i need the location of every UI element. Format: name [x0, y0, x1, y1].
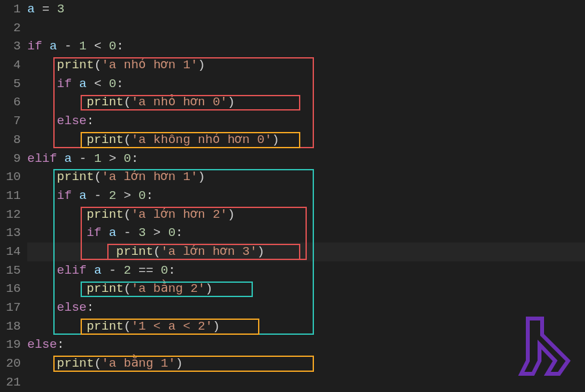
- token-num: 0: [138, 189, 146, 203]
- code-line[interactable]: else:: [27, 335, 585, 354]
- token-var: a: [27, 2, 34, 16]
- token-fn: print: [57, 170, 94, 184]
- line-number: 19: [0, 335, 27, 354]
- token-num: 2: [124, 263, 131, 278]
- token-op: -: [57, 39, 79, 53]
- code-line[interactable]: print('a không nhỏ hơn 0'): [27, 131, 585, 150]
- token-par: ): [257, 244, 265, 259]
- token-var: a: [109, 226, 116, 240]
- token-pun: :: [116, 39, 124, 53]
- token-op: -: [72, 151, 94, 166]
- token-op: [27, 114, 57, 128]
- token-par: ): [213, 319, 220, 333]
- token-num: 0: [124, 151, 131, 166]
- code-line[interactable]: elif a - 1 > 0:: [27, 150, 585, 168]
- code-line[interactable]: else:: [27, 298, 585, 317]
- token-var: a: [94, 263, 101, 278]
- token-num: 0: [109, 77, 116, 91]
- token-op: -: [101, 263, 124, 278]
- token-par: (: [153, 244, 161, 259]
- token-kw: elif: [27, 151, 57, 166]
- code-line[interactable]: if a - 1 < 0:: [27, 37, 585, 56]
- line-number: 4: [0, 56, 27, 75]
- token-pun: :: [176, 226, 183, 240]
- token-str: 'a lớn hơn 2': [131, 207, 228, 222]
- code-line[interactable]: elif a - 2 == 0:: [27, 261, 585, 280]
- token-op: -: [86, 189, 109, 203]
- token-str: '1 < a < 2': [131, 319, 213, 333]
- code-line[interactable]: if a < 0:: [27, 75, 585, 94]
- logo-icon: [515, 315, 573, 380]
- code-line[interactable]: print('1 < a < 2'): [27, 317, 585, 336]
- code-line[interactable]: print('a nhỏ hơn 0'): [27, 93, 585, 112]
- token-op: [72, 77, 79, 91]
- token-op: [27, 189, 57, 203]
- token-num: 2: [109, 189, 116, 203]
- token-str: 'a nhỏ hơn 0': [131, 95, 228, 109]
- token-par: ): [228, 95, 235, 109]
- code-line[interactable]: if a - 3 > 0:: [27, 224, 585, 242]
- line-number: 18: [0, 317, 27, 336]
- line-number: 9: [0, 150, 27, 168]
- line-number: 8: [0, 131, 27, 150]
- token-op: [27, 207, 86, 222]
- token-op: [27, 170, 57, 184]
- code-line[interactable]: else:: [27, 112, 585, 131]
- token-op: <: [86, 77, 109, 91]
- code-line[interactable]: print('a lớn hơn 3'): [27, 242, 585, 261]
- line-number: 1: [0, 0, 27, 19]
- code-line[interactable]: print('a nhỏ hơn 1'): [27, 56, 585, 75]
- token-fn: print: [86, 133, 124, 147]
- code-line[interactable]: a = 3: [27, 0, 585, 19]
- token-pun: :: [86, 300, 94, 315]
- token-num: 0: [161, 263, 168, 278]
- token-op: -: [116, 226, 138, 240]
- token-par: (: [94, 356, 101, 371]
- code-line[interactable]: print('a lớn hơn 2'): [27, 205, 585, 224]
- code-editor[interactable]: 123456789101112131415161718192021 a = 3i…: [0, 0, 585, 392]
- token-kw: if: [57, 77, 72, 91]
- code-line[interactable]: print('a bằng 1'): [27, 354, 585, 373]
- line-number: 2: [0, 19, 27, 38]
- code-area[interactable]: a = 3if a - 1 < 0: print('a nhỏ hơn 1') …: [27, 0, 585, 391]
- token-op: [27, 226, 86, 240]
- line-number: 11: [0, 187, 27, 205]
- line-number: 7: [0, 112, 27, 131]
- line-number: 6: [0, 93, 27, 112]
- code-line[interactable]: print('a bằng 2'): [27, 280, 585, 298]
- line-number: 3: [0, 37, 27, 56]
- token-op: [27, 281, 86, 296]
- token-op: <: [86, 39, 109, 53]
- code-line[interactable]: [27, 19, 585, 38]
- token-var: a: [64, 151, 72, 166]
- token-fn: print: [86, 207, 124, 222]
- token-fn: print: [86, 95, 124, 109]
- code-line[interactable]: if a - 2 > 0:: [27, 187, 585, 205]
- token-op: [27, 356, 57, 371]
- token-var: a: [79, 77, 86, 91]
- token-pun: :: [86, 114, 94, 128]
- token-par: ): [176, 356, 183, 371]
- token-fn: print: [86, 281, 124, 296]
- token-pun: :: [57, 337, 64, 352]
- logo-h-stroke: [521, 319, 568, 374]
- token-kw: if: [27, 39, 42, 53]
- token-pun: :: [168, 263, 176, 278]
- line-number: 16: [0, 280, 27, 298]
- token-op: [27, 58, 57, 72]
- token-fn: print: [57, 58, 94, 72]
- token-op: [86, 263, 94, 278]
- token-op: ==: [131, 263, 161, 278]
- token-num: 1: [94, 151, 101, 166]
- token-pun: :: [146, 189, 153, 203]
- token-num: 1: [79, 39, 86, 53]
- token-op: [57, 151, 64, 166]
- code-line[interactable]: [27, 373, 585, 392]
- token-str: 'a bằng 2': [131, 281, 205, 296]
- token-op: [72, 189, 79, 203]
- token-num: 0: [168, 226, 176, 240]
- token-op: [27, 133, 86, 147]
- code-line[interactable]: print('a lớn hơn 1'): [27, 168, 585, 187]
- token-kw: else: [57, 114, 87, 128]
- token-num: 3: [138, 226, 146, 240]
